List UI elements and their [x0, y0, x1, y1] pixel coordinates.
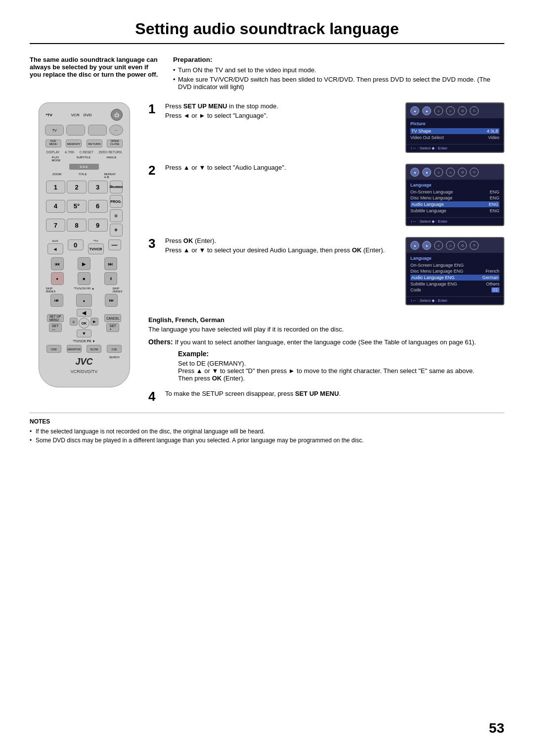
tvvcr-pr-label: *TV/VCR PR ▼ — [44, 339, 125, 343]
btn-ffwd[interactable]: ⏭ — [104, 257, 117, 270]
skip-right-label: SKIP/INDEX — [112, 287, 122, 293]
tv-star-label: *TV — [93, 239, 98, 242]
btn-7[interactable]: 7 — [46, 219, 66, 232]
others-text: If you want to select another language, … — [175, 338, 476, 346]
dvd-label: DVD — [84, 113, 92, 117]
skip-labels: SKIP/INDEX *TV/VCR PR ▲ SKIP/INDEX — [44, 287, 125, 293]
osd-btn[interactable]: OSD — [46, 345, 61, 353]
amonitor-btn[interactable]: AMONITOR — [67, 345, 82, 353]
circle-btn[interactable]: ③ — [70, 318, 78, 326]
screen-2-label-4: Subtitle Language — [410, 208, 446, 213]
cue-search-btn[interactable]: CUESEARCH — [107, 345, 122, 353]
btn-circle[interactable]: ⊙ — [110, 209, 123, 222]
right-arrow-small-btn[interactable]: ► — [90, 318, 98, 326]
step-2-text: Press ▲ or ▼ to select "Audio Language". — [165, 164, 398, 171]
btn-3[interactable]: 3 — [88, 181, 108, 193]
step-3-ok: OK — [183, 237, 193, 244]
screen-1-footer: ↕↔ : Select ◆ : Enter — [406, 144, 503, 152]
btn-prog[interactable]: PROG. — [110, 195, 123, 208]
vcr-input-btn[interactable] — [66, 125, 85, 136]
btn-number-icon[interactable]: ②NUMBER — [110, 181, 123, 193]
screen-2-icons: ● ● ○ ○ ◇ ☆ — [406, 165, 503, 180]
example-text-3: Then press OK (Enter). — [178, 375, 504, 382]
btn-4[interactable]: 4 — [46, 200, 66, 213]
input-selector-row: TV ··· — [44, 125, 125, 136]
btn-plus[interactable]: + — [110, 224, 123, 236]
prep-item-2: Make sure TV/VCR/DVD switch has been sli… — [173, 76, 504, 91]
numpad: 1 2 3 4 5° 6 7 8 9 — [46, 181, 108, 236]
down-arrow-btn[interactable]: ▼ — [77, 330, 91, 337]
btn-play[interactable]: ▶ — [78, 257, 90, 270]
set-up-menu-btn[interactable]: SET UPMENU — [47, 314, 64, 322]
vcr-dvd-labels: VCR DVD — [71, 113, 92, 117]
extra-oval-btn[interactable]: ··· — [109, 125, 123, 136]
arrow-up-btn[interactable]: ▲ — [76, 294, 92, 307]
screen-2-val-3: ENG — [489, 202, 498, 207]
btn-next[interactable]: ⏭ — [105, 294, 118, 307]
btn-8[interactable]: 8 — [67, 219, 87, 232]
screen-2-row-2: Disc Menu Language ENG — [410, 195, 499, 200]
screen-3-row-1: On-Screen Language ENG — [410, 263, 499, 268]
btn-9[interactable]: 9 — [88, 219, 108, 232]
screen-3-icon-4: ○ — [446, 241, 455, 250]
screen-2-icon-2: ● — [422, 168, 431, 177]
btn-record[interactable]: ● — [51, 272, 64, 285]
skip-left-label: SKIP/INDEX — [46, 287, 56, 293]
tv-label: *TV — [46, 113, 52, 117]
remote-top-row: *TV VCR DVD ⏻ — [44, 109, 125, 121]
ok-button[interactable]: OK — [79, 318, 89, 329]
screen-3-row-5: Code 01 — [410, 287, 499, 292]
page-title: Setting audio soundtrack language — [30, 20, 504, 44]
display-label: DISPLAY — [46, 150, 60, 154]
atrk-label: A.TRK — [65, 150, 74, 154]
btn-6[interactable]: 6 — [88, 200, 108, 213]
screen-3-icons: ● ● ○ ○ ◇ ☆ — [406, 238, 503, 253]
left-arrow-btn[interactable]: ◄ — [77, 309, 91, 317]
btn-pause[interactable]: ⏸ — [104, 272, 117, 285]
return-btn[interactable]: RETURN — [87, 140, 102, 147]
step-3-left: 3 Press OK (Enter). Press ▲ or ▼ to sele… — [148, 237, 398, 256]
btn-rew[interactable]: ⏮ — [51, 257, 64, 270]
screen-2-label-3: Audio Language — [411, 202, 444, 207]
btn-minus[interactable]: — — [108, 239, 121, 250]
screen-1: ● ● ○ ○ ◇ ☆ Picture TV Shape 4:3LB — [405, 102, 504, 153]
screen-3-icon-1: ● — [410, 241, 419, 250]
cancel-btn[interactable]: CANCEL — [104, 314, 121, 322]
btn-5[interactable]: 5° — [67, 200, 87, 213]
btn-left-arrow[interactable]: ◄ — [47, 243, 63, 254]
dvd-input-btn[interactable] — [88, 125, 107, 136]
set-minus-btn[interactable]: SET— — [49, 323, 62, 332]
screen-2-icon-4: ○ — [446, 168, 455, 177]
step-2-number: 2 — [148, 164, 160, 177]
power-button[interactable]: ⏻ — [111, 109, 123, 121]
steps-section: 1 Press SET UP MENU in the stop mode. Pr… — [148, 102, 504, 403]
btn-stop[interactable]: ■ — [78, 272, 90, 285]
dvd-menu-btn[interactable]: DVDMENU — [45, 140, 61, 147]
zero-return-label: ZERO RETURN — [98, 150, 122, 154]
btn-2[interactable]: 2 — [67, 181, 87, 193]
preparation-section: Preparation: Turn ON the TV and set to t… — [173, 56, 504, 93]
screen-3-label-3: Audio Language ENG — [411, 275, 455, 280]
prep-item-1: Turn ON the TV and set to the video inpu… — [173, 66, 504, 74]
aux-label: AUX — [52, 239, 58, 242]
screen-3-val-3: German — [482, 275, 498, 280]
page-number: 53 — [489, 720, 504, 736]
btn-prev[interactable]: ⏮ — [50, 294, 63, 307]
btn-1[interactable]: 1 — [46, 181, 66, 193]
btn-tvvcr[interactable]: TV/VCR — [88, 243, 104, 254]
step-4-row: 4 To make the SETUP screen disappear, pr… — [148, 390, 504, 403]
memory-btn[interactable]: MEMORY — [66, 140, 82, 147]
example-text-2: Press ▲ or ▼ to select "D" then press ► … — [178, 367, 504, 375]
screen-3-label-5: Code — [410, 287, 421, 292]
screen-2-icon-1: ● — [410, 168, 419, 177]
set-plus-btn[interactable]: SET+ — [106, 323, 119, 332]
tv-input-btn[interactable]: TV — [45, 125, 64, 136]
screen-1-val-1: 4:3LB — [487, 129, 498, 134]
open-close-btn[interactable]: OPEN/CLOSE — [107, 140, 123, 147]
screen-1-icons: ● ● ○ ○ ◇ ☆ — [406, 103, 503, 118]
step-1-number: 1 — [148, 102, 160, 121]
slow-btn[interactable]: SLOW — [87, 345, 101, 353]
screen-2-row-1: On-Screen Language ENG — [410, 189, 499, 194]
btn-0[interactable]: 0 — [68, 239, 84, 250]
play-mode-label: PLAYMODE — [51, 156, 60, 162]
